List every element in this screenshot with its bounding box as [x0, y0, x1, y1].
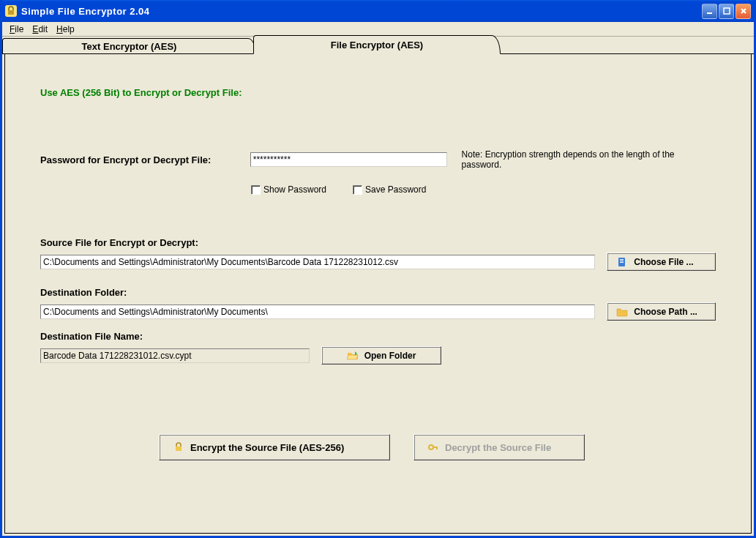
svg-rect-7 [176, 447, 181, 451]
svg-rect-2 [724, 8, 730, 14]
svg-rect-6 [620, 262, 624, 263]
checkbox-icon [353, 185, 362, 195]
encrypt-button[interactable]: Encrypt the Source File (AES-256) [159, 434, 390, 460]
maximize-button[interactable] [719, 4, 734, 19]
tab-label: File Encryptor (AES) [331, 40, 423, 51]
source-file-input[interactable] [40, 255, 595, 269]
close-button[interactable] [736, 4, 751, 19]
open-folder-button[interactable]: Open Folder [321, 346, 441, 365]
dest-folder-input[interactable] [40, 305, 595, 319]
file-icon [616, 256, 628, 268]
svg-rect-10 [436, 447, 438, 449]
titlebar: Simple File Encryptor 2.04 [2, 0, 754, 22]
key-icon [427, 441, 439, 453]
choose-file-button[interactable]: Choose File ... [607, 253, 716, 271]
tab-content: Use AES (256 Bit) to Encrypt or Decrypt … [4, 54, 752, 534]
dest-folder-label: Destination Folder: [40, 287, 716, 298]
decrypt-button[interactable]: Decrypt the Source File [413, 434, 585, 460]
svg-rect-5 [620, 261, 624, 261]
menu-edit[interactable]: Edit [28, 23, 52, 35]
window-title: Simple File Encryptor 2.04 [21, 6, 150, 17]
svg-rect-0 [8, 10, 14, 15]
button-label: Choose Path ... [634, 307, 697, 317]
minimize-button[interactable] [702, 4, 717, 19]
checkbox-icon [251, 185, 261, 195]
choose-path-button[interactable]: Choose Path ... [607, 302, 716, 321]
dest-file-name [40, 348, 310, 363]
button-label: Decrypt the Source File [445, 442, 551, 453]
dest-file-label: Destination File Name: [40, 331, 716, 342]
menubar: File Edit Help [2, 22, 754, 37]
folder-icon [616, 306, 628, 318]
open-folder-icon [347, 350, 359, 362]
lock-icon [173, 441, 184, 453]
svg-rect-4 [620, 259, 624, 260]
save-password-checkbox[interactable]: Save Password [353, 184, 426, 195]
page-heading: Use AES (256 Bit) to Encrypt or Decrypt … [40, 87, 716, 98]
menu-help[interactable]: Help [52, 23, 79, 35]
menu-file[interactable]: File [5, 23, 28, 35]
tab-label: Text Encryptor (AES) [82, 41, 177, 52]
password-note: Note: Encryption strength depends on the… [462, 149, 716, 170]
password-input[interactable] [250, 152, 447, 167]
tab-file-encryptor[interactable]: File Encryptor (AES) [253, 35, 501, 54]
checkbox-label: Show Password [263, 184, 326, 195]
source-file-label: Source File for Encrypt or Decrypt: [40, 237, 716, 248]
password-label: Password for Encrypt or Decrypt File: [40, 154, 250, 165]
app-window: Simple File Encryptor 2.04 File Edit Hel… [0, 0, 756, 538]
svg-rect-1 [707, 12, 712, 14]
tab-text-encryptor[interactable]: Text Encryptor (AES) [2, 38, 256, 54]
button-label: Encrypt the Source File (AES-256) [190, 442, 344, 453]
button-label: Choose File ... [634, 257, 693, 267]
checkbox-label: Save Password [365, 184, 426, 195]
lock-icon [5, 5, 17, 17]
tab-strip: Text Encryptor (AES) File Encryptor (AES… [2, 37, 754, 54]
button-label: Open Folder [364, 351, 416, 361]
show-password-checkbox[interactable]: Show Password [251, 184, 326, 195]
